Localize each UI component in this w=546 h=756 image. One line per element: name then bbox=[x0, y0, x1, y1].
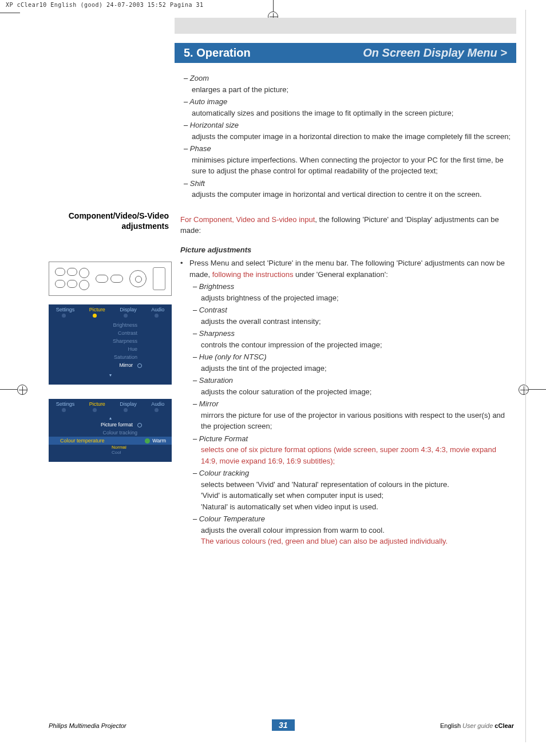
crop-mark bbox=[0, 389, 17, 390]
definition-item: – Shiftadjusts the computer image in hor… bbox=[184, 178, 514, 200]
bullet-mark: • bbox=[180, 258, 189, 548]
remote-control-diagram bbox=[49, 262, 172, 296]
section-breadcrumb: On Screen Display Menu > bbox=[363, 46, 507, 60]
sidebar-heading: Component/Video/S-Video adjustments bbox=[49, 211, 169, 231]
picture-adjustments-heading: Picture adjustments bbox=[180, 244, 514, 256]
definition-item: – Horizontal sizeadjusts the computer im… bbox=[184, 120, 514, 142]
content: – Zoomenlarges a part of the picture;– A… bbox=[180, 73, 514, 548]
definition-item: – Colour trackingselects between 'Vivid'… bbox=[193, 468, 514, 512]
definition-list: – Zoomenlarges a part of the picture;– A… bbox=[180, 73, 514, 200]
bullet-item: • Press Menu and select 'Picture' in the… bbox=[180, 258, 514, 548]
definition-list: – Brightnessadjusts brightness of the pr… bbox=[189, 281, 514, 547]
menu-item: Brightness bbox=[49, 321, 172, 329]
osd-menu-screenshot-1: Settings Picture Display Audio Brightnes… bbox=[49, 304, 172, 385]
text-highlight: following the instructions bbox=[212, 270, 294, 279]
menu-tabs: Settings Picture Display Audio bbox=[49, 307, 172, 312]
menu-tabs: Settings Picture Display Audio bbox=[49, 401, 172, 407]
header-band bbox=[175, 18, 516, 34]
definition-item: – Auto imageautomatically sizes and posi… bbox=[184, 96, 514, 118]
definition-item: – Phaseminimises picture imperfections. … bbox=[184, 143, 514, 177]
menu-item: Hue bbox=[49, 345, 172, 353]
definition-item: – Saturationadjusts the colour saturatio… bbox=[193, 375, 514, 397]
menu-item: Picture format bbox=[49, 421, 172, 429]
menu-item-active: Colour temperature Warm bbox=[49, 437, 172, 445]
definition-item: – Colour Temperatureadjusts the overall … bbox=[193, 513, 514, 547]
menu-item: Contrast bbox=[49, 329, 172, 337]
definition-item: – Brightnessadjusts brightness of the pr… bbox=[193, 281, 514, 303]
menu-item: Colour tracking bbox=[49, 429, 172, 437]
section-number: 5. Operation bbox=[184, 46, 251, 60]
definition-item: – Mirrormirrors the picture for use of t… bbox=[193, 398, 514, 432]
submenu: Normal Cool bbox=[112, 445, 172, 455]
definition-item: – Contrastadjusts the overall contrast i… bbox=[193, 304, 514, 327]
definition-item: – Zoomenlarges a part of the picture; bbox=[184, 73, 514, 95]
component-intro: For Component, Video and S-video input, … bbox=[180, 214, 514, 236]
footer-right: English User guide cClear bbox=[440, 722, 514, 729]
footer-left: Philips Multimedia Projector bbox=[49, 722, 126, 729]
definition-item: – Hue (only for NTSC)adjusts the tint of… bbox=[193, 351, 514, 374]
page-number: 31 bbox=[272, 719, 295, 731]
definition-item: – Sharpnesscontrols the contour impressi… bbox=[193, 328, 514, 350]
bullet-body: Press Menu and select 'Picture' in the m… bbox=[189, 258, 514, 548]
definition-item: – Picture Formatselects one of six pictu… bbox=[193, 433, 514, 467]
crop-mark bbox=[529, 389, 546, 390]
page-footer: Philips Multimedia Projector 31 English … bbox=[49, 719, 514, 731]
section-header: 5. Operation On Screen Display Menu > bbox=[175, 43, 516, 63]
menu-item: Mirror bbox=[49, 361, 172, 369]
text-highlight: For Component, Video and S-video input bbox=[180, 215, 315, 224]
osd-menu-screenshot-2: Settings Picture Display Audio ▴ Picture… bbox=[49, 399, 172, 462]
text: under 'General explanation': bbox=[293, 270, 387, 279]
menu-item: Sharpness bbox=[49, 337, 172, 345]
crop-mark bbox=[0, 13, 20, 13]
page: 5. Operation On Screen Display Menu > – … bbox=[20, 10, 526, 742]
menu-item: Saturation bbox=[49, 353, 172, 361]
